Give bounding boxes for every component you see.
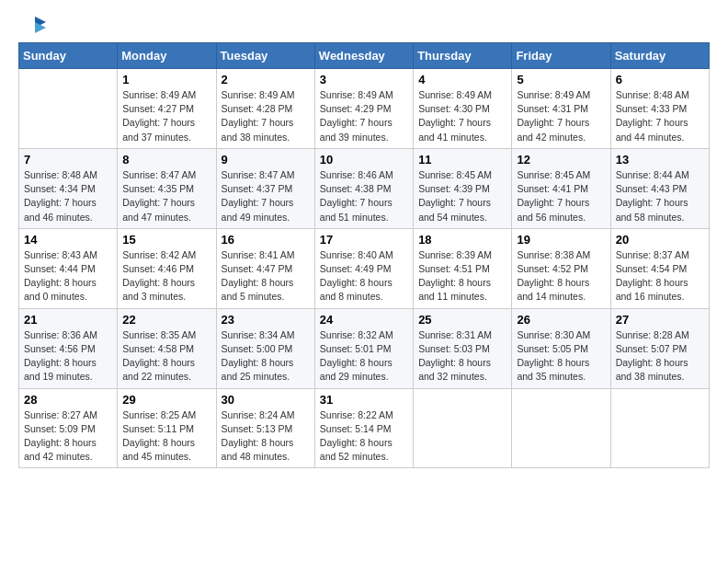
cell-info: Sunrise: 8:49 AMSunset: 4:28 PMDaylight:… (222, 89, 295, 143)
cell-info: Sunrise: 8:43 AMSunset: 4:44 PMDaylight:… (24, 249, 97, 303)
day-number: 13 (616, 153, 704, 167)
calendar-cell: 6 Sunrise: 8:48 AMSunset: 4:33 PMDayligh… (610, 69, 709, 149)
weekday-header-tuesday: Tuesday (216, 43, 314, 69)
day-number: 1 (122, 73, 210, 86)
cell-info: Sunrise: 8:30 AMSunset: 5:05 PMDaylight:… (517, 329, 590, 383)
weekday-header-row: SundayMondayTuesdayWednesdayThursdayFrid… (19, 43, 710, 69)
calendar-cell: 3 Sunrise: 8:49 AMSunset: 4:29 PMDayligh… (314, 69, 413, 149)
cell-info: Sunrise: 8:48 AMSunset: 4:33 PMDaylight:… (616, 89, 689, 143)
calendar-week-row: 21 Sunrise: 8:36 AMSunset: 4:56 PMDaylig… (19, 308, 710, 388)
cell-info: Sunrise: 8:42 AMSunset: 4:46 PMDaylight:… (122, 249, 196, 303)
calendar-cell (610, 388, 709, 468)
cell-info: Sunrise: 8:49 AMSunset: 4:27 PMDaylight:… (122, 89, 196, 143)
day-number: 10 (320, 153, 408, 167)
day-number: 21 (24, 313, 112, 327)
cell-info: Sunrise: 8:48 AMSunset: 4:34 PMDaylight:… (24, 169, 97, 223)
calendar-cell: 5 Sunrise: 8:49 AMSunset: 4:31 PMDayligh… (512, 69, 610, 149)
day-number: 25 (418, 313, 506, 327)
calendar-cell: 29 Sunrise: 8:25 AMSunset: 5:11 PMDaylig… (118, 388, 216, 468)
day-number: 17 (320, 233, 408, 247)
cell-info: Sunrise: 8:44 AMSunset: 4:43 PMDaylight:… (616, 169, 689, 223)
weekday-header-friday: Friday (512, 43, 610, 69)
calendar-cell (512, 388, 610, 468)
calendar-cell: 10 Sunrise: 8:46 AMSunset: 4:38 PMDaylig… (314, 148, 413, 228)
day-number: 12 (517, 153, 605, 167)
day-number: 28 (24, 393, 112, 407)
cell-info: Sunrise: 8:24 AMSunset: 5:13 PMDaylight:… (222, 409, 295, 463)
day-number: 8 (122, 153, 210, 167)
calendar-cell: 20 Sunrise: 8:37 AMSunset: 4:54 PMDaylig… (610, 228, 709, 308)
cell-info: Sunrise: 8:46 AMSunset: 4:38 PMDaylight:… (320, 169, 393, 223)
calendar-cell: 27 Sunrise: 8:28 AMSunset: 5:07 PMDaylig… (610, 308, 709, 388)
calendar-cell: 30 Sunrise: 8:24 AMSunset: 5:13 PMDaylig… (216, 388, 314, 468)
day-number: 18 (418, 233, 506, 247)
cell-info: Sunrise: 8:25 AMSunset: 5:11 PMDaylight:… (122, 409, 196, 463)
cell-info: Sunrise: 8:41 AMSunset: 4:47 PMDaylight:… (222, 249, 295, 303)
cell-info: Sunrise: 8:35 AMSunset: 4:58 PMDaylight:… (122, 329, 196, 383)
cell-info: Sunrise: 8:38 AMSunset: 4:52 PMDaylight:… (517, 249, 590, 303)
calendar-cell: 15 Sunrise: 8:42 AMSunset: 4:46 PMDaylig… (118, 228, 216, 308)
day-number: 15 (122, 233, 210, 247)
cell-info: Sunrise: 8:22 AMSunset: 5:14 PMDaylight:… (320, 409, 393, 463)
cell-info: Sunrise: 8:39 AMSunset: 4:51 PMDaylight:… (418, 249, 492, 303)
calendar-cell: 1 Sunrise: 8:49 AMSunset: 4:27 PMDayligh… (118, 69, 216, 149)
day-number: 9 (222, 153, 310, 167)
cell-info: Sunrise: 8:34 AMSunset: 5:00 PMDaylight:… (222, 329, 295, 383)
day-number: 22 (122, 313, 210, 327)
cell-info: Sunrise: 8:45 AMSunset: 4:41 PMDaylight:… (517, 169, 590, 223)
calendar-cell: 13 Sunrise: 8:44 AMSunset: 4:43 PMDaylig… (610, 148, 709, 228)
day-number: 19 (517, 233, 605, 247)
day-number: 11 (418, 153, 506, 167)
day-number: 6 (616, 73, 704, 86)
cell-info: Sunrise: 8:49 AMSunset: 4:31 PMDaylight:… (517, 89, 590, 143)
logo-flag-icon (22, 15, 48, 40)
weekday-header-sunday: Sunday (19, 43, 118, 69)
calendar-cell: 7 Sunrise: 8:48 AMSunset: 4:34 PMDayligh… (19, 148, 118, 228)
weekday-header-thursday: Thursday (414, 43, 512, 69)
cell-info: Sunrise: 8:32 AMSunset: 5:01 PMDaylight:… (320, 329, 393, 383)
calendar-table: SundayMondayTuesdayWednesdayThursdayFrid… (18, 42, 710, 468)
calendar-cell: 26 Sunrise: 8:30 AMSunset: 5:05 PMDaylig… (512, 308, 610, 388)
calendar-week-row: 28 Sunrise: 8:27 AMSunset: 5:09 PMDaylig… (19, 388, 710, 468)
day-number: 31 (320, 393, 408, 407)
calendar-week-row: 1 Sunrise: 8:49 AMSunset: 4:27 PMDayligh… (19, 69, 710, 149)
cell-info: Sunrise: 8:47 AMSunset: 4:35 PMDaylight:… (122, 169, 196, 223)
cell-info: Sunrise: 8:45 AMSunset: 4:39 PMDaylight:… (418, 169, 492, 223)
cell-info: Sunrise: 8:47 AMSunset: 4:37 PMDaylight:… (222, 169, 295, 223)
calendar-cell: 31 Sunrise: 8:22 AMSunset: 5:14 PMDaylig… (314, 388, 413, 468)
day-number: 23 (222, 313, 310, 327)
day-number: 4 (418, 73, 506, 86)
calendar-cell: 22 Sunrise: 8:35 AMSunset: 4:58 PMDaylig… (118, 308, 216, 388)
cell-info: Sunrise: 8:36 AMSunset: 4:56 PMDaylight:… (24, 329, 97, 383)
calendar-cell: 21 Sunrise: 8:36 AMSunset: 4:56 PMDaylig… (19, 308, 118, 388)
logo (18, 15, 48, 37)
calendar-cell: 12 Sunrise: 8:45 AMSunset: 4:41 PMDaylig… (512, 148, 610, 228)
calendar-cell: 28 Sunrise: 8:27 AMSunset: 5:09 PMDaylig… (19, 388, 118, 468)
calendar-cell: 17 Sunrise: 8:40 AMSunset: 4:49 PMDaylig… (314, 228, 413, 308)
calendar-cell: 8 Sunrise: 8:47 AMSunset: 4:35 PMDayligh… (118, 148, 216, 228)
calendar-cell: 11 Sunrise: 8:45 AMSunset: 4:39 PMDaylig… (414, 148, 512, 228)
day-number: 29 (122, 393, 210, 407)
weekday-header-saturday: Saturday (610, 43, 709, 69)
calendar-cell: 19 Sunrise: 8:38 AMSunset: 4:52 PMDaylig… (512, 228, 610, 308)
cell-info: Sunrise: 8:49 AMSunset: 4:29 PMDaylight:… (320, 89, 393, 143)
calendar-cell: 18 Sunrise: 8:39 AMSunset: 4:51 PMDaylig… (414, 228, 512, 308)
cell-info: Sunrise: 8:40 AMSunset: 4:49 PMDaylight:… (320, 249, 393, 303)
cell-info: Sunrise: 8:37 AMSunset: 4:54 PMDaylight:… (616, 249, 689, 303)
day-number: 26 (517, 313, 605, 327)
calendar-week-row: 14 Sunrise: 8:43 AMSunset: 4:44 PMDaylig… (19, 228, 710, 308)
calendar-cell: 25 Sunrise: 8:31 AMSunset: 5:03 PMDaylig… (414, 308, 512, 388)
day-number: 27 (616, 313, 704, 327)
cell-info: Sunrise: 8:27 AMSunset: 5:09 PMDaylight:… (24, 409, 97, 463)
calendar-cell: 9 Sunrise: 8:47 AMSunset: 4:37 PMDayligh… (216, 148, 314, 228)
calendar-cell: 2 Sunrise: 8:49 AMSunset: 4:28 PMDayligh… (216, 69, 314, 149)
weekday-header-monday: Monday (118, 43, 216, 69)
calendar-cell: 16 Sunrise: 8:41 AMSunset: 4:47 PMDaylig… (216, 228, 314, 308)
cell-info: Sunrise: 8:28 AMSunset: 5:07 PMDaylight:… (616, 329, 689, 383)
calendar-cell: 4 Sunrise: 8:49 AMSunset: 4:30 PMDayligh… (414, 69, 512, 149)
calendar-cell (19, 69, 118, 149)
day-number: 16 (222, 233, 310, 247)
day-number: 24 (320, 313, 408, 327)
weekday-header-wednesday: Wednesday (314, 43, 413, 69)
header (18, 15, 710, 37)
